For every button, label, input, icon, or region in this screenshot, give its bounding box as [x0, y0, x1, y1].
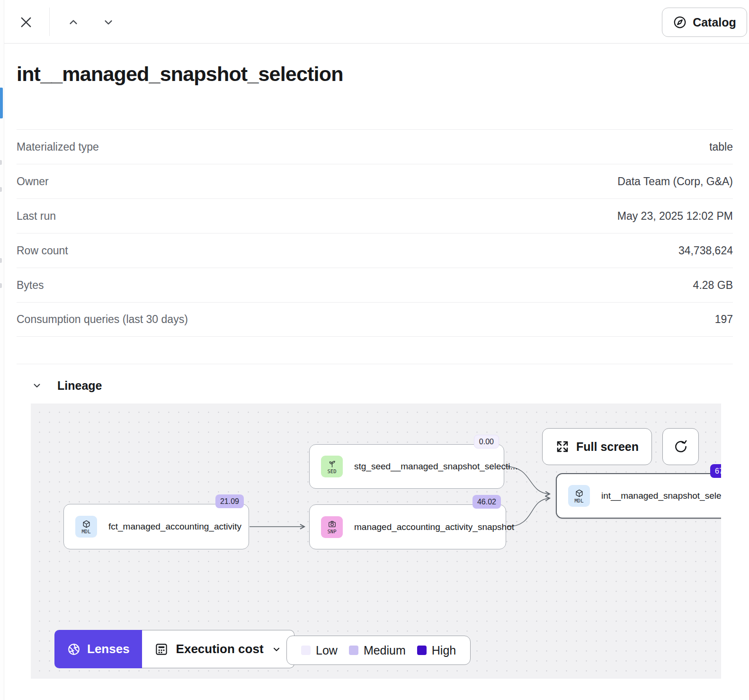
legend-label: High [432, 644, 456, 657]
detail-value: 197 [715, 313, 733, 326]
detail-value: table [709, 141, 733, 153]
legend-item-low: Low [301, 644, 338, 657]
model-icon: MDL [75, 516, 97, 538]
fullscreen-button-label: Full screen [576, 440, 639, 454]
previous-item-button[interactable] [64, 14, 83, 30]
refresh-icon [673, 439, 688, 454]
node-label: int__managed_snapshot_selection [601, 491, 721, 501]
camera-icon [328, 520, 337, 529]
lineage-node-managed-accounting-activity-snapshot[interactable]: 46.02 SNP managed_accounting_activity_sn… [309, 504, 506, 549]
snapshot-icon: SNP [321, 516, 343, 538]
lenses-button[interactable]: Lenses [54, 630, 142, 668]
grid-calculator-icon [154, 642, 169, 656]
legend-label: Low [316, 644, 338, 657]
chevron-up-icon [67, 16, 80, 29]
detail-row-bytes: Bytes 4.28 GB [17, 268, 733, 302]
execution-cost-badge: 0.00 [474, 435, 499, 449]
background-partial-icon [0, 187, 2, 192]
detail-label: Row count [17, 244, 68, 257]
catalog-button-label: Catalog [693, 16, 736, 29]
legend-swatch-low [301, 646, 311, 655]
detail-row-consumption-queries: Consumption queries (last 30 days) 197 [17, 302, 733, 337]
execution-cost-badge: 67 [710, 464, 721, 478]
legend-item-medium: Medium [349, 644, 406, 657]
chevron-down-icon [102, 16, 115, 29]
detail-row-materialized-type: Materialized type table [17, 129, 733, 164]
cube-icon [575, 489, 584, 498]
legend-swatch-high [417, 646, 427, 655]
expand-arrows-icon [555, 440, 570, 454]
node-type-tag: SNP [328, 529, 337, 534]
background-scroll-indicator [0, 88, 3, 118]
catalog-button[interactable]: Catalog [662, 8, 747, 37]
fullscreen-button[interactable]: Full screen [542, 428, 652, 465]
execution-cost-badge: 21.09 [215, 494, 244, 508]
detail-value: May 23, 2025 12:02 PM [617, 210, 733, 223]
execution-cost-badge: 46.02 [473, 495, 501, 509]
node-type-tag: MDL [575, 498, 584, 503]
aperture-icon [67, 642, 81, 656]
legend-item-high: High [417, 644, 456, 657]
cube-icon [82, 520, 91, 529]
node-type-tag: MDL [82, 529, 91, 534]
lineage-collapse-button[interactable] [31, 379, 43, 392]
chevron-down-icon [31, 380, 43, 391]
detail-value: Data Team (Corp, G&A) [617, 175, 733, 188]
detail-label: Last run [17, 210, 56, 223]
node-label: managed_accounting_activity_snapshot [354, 522, 514, 532]
background-partial-icon [0, 160, 2, 165]
detail-label: Bytes [17, 279, 44, 292]
detail-row-owner: Owner Data Team (Corp, G&A) [17, 164, 733, 198]
legend-label: Medium [364, 644, 406, 657]
detail-value: 34,738,624 [678, 244, 733, 257]
background-partial-icon [0, 258, 2, 263]
model-icon: MDL [568, 485, 590, 507]
node-type-tag: SED [328, 468, 337, 474]
close-button[interactable] [17, 13, 36, 31]
legend-swatch-medium [349, 646, 358, 655]
lenses-control: Lenses Execution cost [54, 630, 294, 668]
detail-value: 4.28 GB [693, 279, 733, 292]
detail-row-last-run: Last run May 23, 2025 12:02 PM [17, 198, 733, 233]
compass-icon [673, 15, 687, 29]
lineage-node-fct-managed-accounting-activity[interactable]: 21.09 MDL fct_managed_accounting_activit… [63, 504, 249, 549]
chevron-down-icon [271, 644, 282, 655]
panel-toolbar: Catalog [4, 0, 749, 44]
page-title: int__managed_snapshot_selection [17, 63, 737, 86]
refresh-button[interactable] [662, 428, 699, 465]
detail-label: Consumption queries (last 30 days) [17, 313, 188, 326]
detail-row-row-count: Row count 34,738,624 [17, 233, 733, 268]
lenses-button-label: Lenses [87, 642, 130, 656]
detail-label: Materialized type [17, 141, 99, 153]
section-divider [17, 364, 733, 364]
background-page-sliver [0, 0, 4, 700]
details-table: Materialized type table Owner Data Team … [17, 129, 733, 337]
toolbar-divider [49, 8, 50, 36]
lineage-canvas[interactable]: 21.09 MDL fct_managed_accounting_activit… [31, 404, 721, 679]
seed-icon: SED [321, 456, 343, 477]
x-icon [18, 14, 34, 30]
background-partial-icon [0, 283, 2, 288]
cost-legend: Low Medium High [286, 636, 471, 665]
node-label: fct_managed_accounting_activity [108, 521, 241, 532]
lens-selector-value: Execution cost [176, 642, 264, 656]
lens-selector[interactable]: Execution cost [142, 630, 294, 668]
lineage-node-stg-seed-managed-snapshot-selection[interactable]: 0.00 SED stg_seed__managed_snapshot_sele… [309, 444, 504, 489]
next-item-button[interactable] [99, 14, 118, 30]
lineage-node-int-managed-snapshot-selection[interactable]: 67 MDL int__managed_snapshot_selection [556, 473, 721, 519]
lineage-section-title: Lineage [57, 379, 102, 393]
catalog-detail-panel: Catalog int__managed_snapshot_selection … [4, 0, 749, 700]
node-label: stg_seed__managed_snapshot_selecti... [354, 461, 517, 472]
lineage-section-header: Lineage [31, 375, 749, 396]
sprout-icon [328, 459, 337, 468]
detail-label: Owner [17, 175, 49, 188]
